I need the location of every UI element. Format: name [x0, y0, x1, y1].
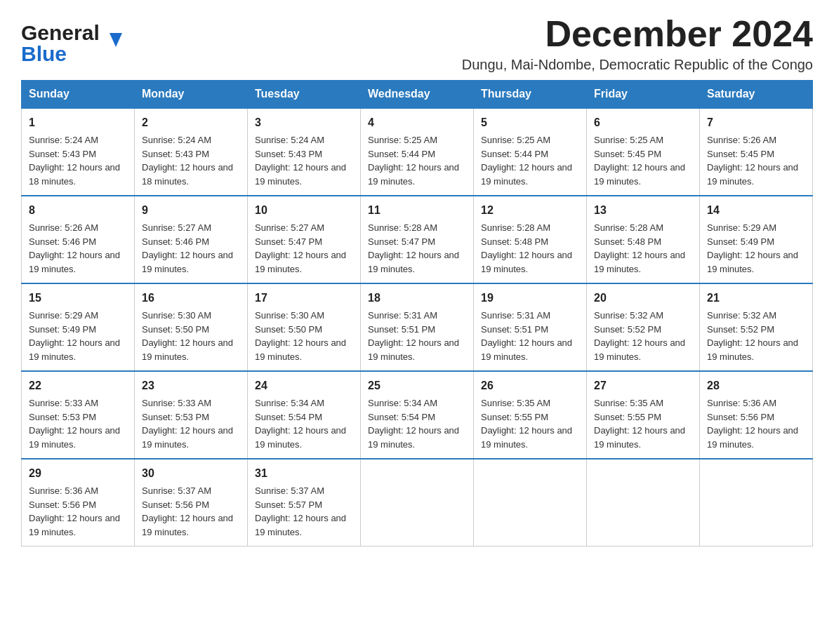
day-info: Sunrise: 5:37 AMSunset: 5:57 PMDaylight:…: [255, 485, 346, 537]
day-info: Sunrise: 5:28 AMSunset: 5:48 PMDaylight:…: [594, 222, 685, 274]
day-info: Sunrise: 5:24 AMSunset: 5:43 PMDaylight:…: [142, 135, 233, 187]
table-row: 8 Sunrise: 5:26 AMSunset: 5:46 PMDayligh…: [22, 196, 135, 283]
title-area: December 2024 Dungu, Mai-Ndombe, Democra…: [462, 14, 813, 73]
day-info: Sunrise: 5:25 AMSunset: 5:45 PMDaylight:…: [594, 135, 685, 187]
day-info: Sunrise: 5:33 AMSunset: 5:53 PMDaylight:…: [142, 398, 233, 450]
day-number: 28: [707, 377, 805, 394]
table-row: 30 Sunrise: 5:37 AMSunset: 5:56 PMDaylig…: [135, 459, 248, 546]
table-row: 19 Sunrise: 5:31 AMSunset: 5:51 PMDaylig…: [474, 283, 587, 371]
header-row: Sunday Monday Tuesday Wednesday Thursday…: [22, 81, 813, 109]
day-info: Sunrise: 5:24 AMSunset: 5:43 PMDaylight:…: [29, 135, 120, 187]
table-row: 3 Sunrise: 5:24 AMSunset: 5:43 PMDayligh…: [248, 108, 361, 196]
day-number: 12: [481, 202, 579, 219]
day-number: 20: [594, 290, 692, 307]
day-number: 6: [594, 114, 692, 131]
calendar-week-1: 1 Sunrise: 5:24 AMSunset: 5:43 PMDayligh…: [22, 108, 813, 196]
table-row: 28 Sunrise: 5:36 AMSunset: 5:56 PMDaylig…: [700, 371, 813, 459]
day-info: Sunrise: 5:29 AMSunset: 5:49 PMDaylight:…: [707, 222, 798, 274]
day-number: 2: [142, 114, 240, 131]
table-row: 14 Sunrise: 5:29 AMSunset: 5:49 PMDaylig…: [700, 196, 813, 283]
day-info: Sunrise: 5:33 AMSunset: 5:53 PMDaylight:…: [29, 398, 120, 450]
day-number: 15: [29, 290, 127, 307]
day-info: Sunrise: 5:30 AMSunset: 5:50 PMDaylight:…: [142, 310, 233, 362]
day-number: 1: [29, 114, 127, 131]
location-subtitle: Dungu, Mai-Ndombe, Democratic Republic o…: [462, 57, 813, 73]
day-info: Sunrise: 5:32 AMSunset: 5:52 PMDaylight:…: [707, 310, 798, 362]
col-thursday: Thursday: [474, 81, 587, 109]
day-info: Sunrise: 5:27 AMSunset: 5:46 PMDaylight:…: [142, 222, 233, 274]
table-row: 16 Sunrise: 5:30 AMSunset: 5:50 PMDaylig…: [135, 283, 248, 371]
col-tuesday: Tuesday: [248, 81, 361, 109]
table-row: 12 Sunrise: 5:28 AMSunset: 5:48 PMDaylig…: [474, 196, 587, 283]
day-number: 27: [594, 377, 692, 394]
col-sunday: Sunday: [22, 81, 135, 109]
day-number: 23: [142, 377, 240, 394]
table-row: 17 Sunrise: 5:30 AMSunset: 5:50 PMDaylig…: [248, 283, 361, 371]
table-row: 6 Sunrise: 5:25 AMSunset: 5:45 PMDayligh…: [587, 108, 700, 196]
day-number: 29: [29, 465, 127, 482]
table-row: 22 Sunrise: 5:33 AMSunset: 5:53 PMDaylig…: [22, 371, 135, 459]
day-number: 8: [29, 202, 127, 219]
day-info: Sunrise: 5:36 AMSunset: 5:56 PMDaylight:…: [29, 485, 120, 537]
calendar-week-2: 8 Sunrise: 5:26 AMSunset: 5:46 PMDayligh…: [22, 196, 813, 283]
table-row: [474, 459, 587, 546]
day-number: 14: [707, 202, 805, 219]
day-info: Sunrise: 5:37 AMSunset: 5:56 PMDaylight:…: [142, 485, 233, 537]
logo-text-blue: Blue: [21, 43, 67, 65]
table-row: 1 Sunrise: 5:24 AMSunset: 5:43 PMDayligh…: [22, 108, 135, 196]
calendar-table: Sunday Monday Tuesday Wednesday Thursday…: [21, 80, 813, 546]
day-number: 24: [255, 377, 353, 394]
table-row: 27 Sunrise: 5:35 AMSunset: 5:55 PMDaylig…: [587, 371, 700, 459]
day-info: Sunrise: 5:30 AMSunset: 5:50 PMDaylight:…: [255, 310, 346, 362]
table-row: 25 Sunrise: 5:34 AMSunset: 5:54 PMDaylig…: [361, 371, 474, 459]
table-row: 10 Sunrise: 5:27 AMSunset: 5:47 PMDaylig…: [248, 196, 361, 283]
col-wednesday: Wednesday: [361, 81, 474, 109]
day-info: Sunrise: 5:34 AMSunset: 5:54 PMDaylight:…: [368, 398, 459, 450]
table-row: [361, 459, 474, 546]
day-number: 21: [707, 290, 805, 307]
day-info: Sunrise: 5:31 AMSunset: 5:51 PMDaylight:…: [481, 310, 572, 362]
day-info: Sunrise: 5:29 AMSunset: 5:49 PMDaylight:…: [29, 310, 120, 362]
table-row: 20 Sunrise: 5:32 AMSunset: 5:52 PMDaylig…: [587, 283, 700, 371]
day-number: 26: [481, 377, 579, 394]
day-info: Sunrise: 5:26 AMSunset: 5:46 PMDaylight:…: [29, 222, 120, 274]
day-number: 13: [594, 202, 692, 219]
day-info: Sunrise: 5:34 AMSunset: 5:54 PMDaylight:…: [255, 398, 346, 450]
day-info: Sunrise: 5:31 AMSunset: 5:51 PMDaylight:…: [368, 310, 459, 362]
day-number: 17: [255, 290, 353, 307]
day-number: 9: [142, 202, 240, 219]
col-friday: Friday: [587, 81, 700, 109]
day-info: Sunrise: 5:26 AMSunset: 5:45 PMDaylight:…: [707, 135, 798, 187]
header: General Blue December 2024 Dungu, Mai-Nd…: [21, 14, 813, 73]
day-number: 5: [481, 114, 579, 131]
day-number: 7: [707, 114, 805, 131]
logo: General Blue: [21, 14, 110, 65]
calendar-week-5: 29 Sunrise: 5:36 AMSunset: 5:56 PMDaylig…: [22, 459, 813, 546]
day-info: Sunrise: 5:25 AMSunset: 5:44 PMDaylight:…: [368, 135, 459, 187]
day-number: 30: [142, 465, 240, 482]
col-monday: Monday: [135, 81, 248, 109]
table-row: 18 Sunrise: 5:31 AMSunset: 5:51 PMDaylig…: [361, 283, 474, 371]
table-row: 15 Sunrise: 5:29 AMSunset: 5:49 PMDaylig…: [22, 283, 135, 371]
table-row: 29 Sunrise: 5:36 AMSunset: 5:56 PMDaylig…: [22, 459, 135, 546]
calendar-week-4: 22 Sunrise: 5:33 AMSunset: 5:53 PMDaylig…: [22, 371, 813, 459]
logo-text-general: General: [21, 21, 100, 45]
table-row: 2 Sunrise: 5:24 AMSunset: 5:43 PMDayligh…: [135, 108, 248, 196]
table-row: 26 Sunrise: 5:35 AMSunset: 5:55 PMDaylig…: [474, 371, 587, 459]
table-row: 9 Sunrise: 5:27 AMSunset: 5:46 PMDayligh…: [135, 196, 248, 283]
col-saturday: Saturday: [700, 81, 813, 109]
day-info: Sunrise: 5:36 AMSunset: 5:56 PMDaylight:…: [707, 398, 798, 450]
table-row: 23 Sunrise: 5:33 AMSunset: 5:53 PMDaylig…: [135, 371, 248, 459]
table-row: [700, 459, 813, 546]
svg-marker-0: [110, 33, 122, 47]
day-info: Sunrise: 5:35 AMSunset: 5:55 PMDaylight:…: [481, 398, 572, 450]
day-number: 4: [368, 114, 466, 131]
table-row: 11 Sunrise: 5:28 AMSunset: 5:47 PMDaylig…: [361, 196, 474, 283]
day-info: Sunrise: 5:24 AMSunset: 5:43 PMDaylight:…: [255, 135, 346, 187]
table-row: 7 Sunrise: 5:26 AMSunset: 5:45 PMDayligh…: [700, 108, 813, 196]
day-info: Sunrise: 5:32 AMSunset: 5:52 PMDaylight:…: [594, 310, 685, 362]
day-number: 16: [142, 290, 240, 307]
day-info: Sunrise: 5:25 AMSunset: 5:44 PMDaylight:…: [481, 135, 572, 187]
day-info: Sunrise: 5:28 AMSunset: 5:48 PMDaylight:…: [481, 222, 572, 274]
month-title: December 2024: [462, 14, 813, 54]
